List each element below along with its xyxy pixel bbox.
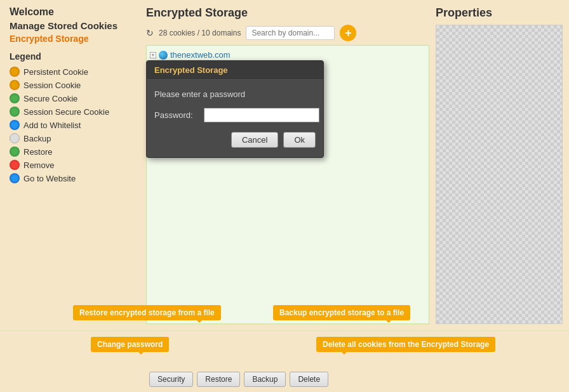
security-button[interactable]: Security: [149, 372, 193, 387]
session-cookie-icon: [10, 80, 20, 90]
refresh-button[interactable]: ↻: [146, 28, 154, 38]
modal-dialog: Encrypted Storage Please enter a passwor…: [146, 60, 324, 158]
sidebar: Welcome Manage Stored Cookies Encrypted …: [0, 0, 140, 330]
secure-cookie-label: Secure Cookie: [23, 94, 77, 103]
goto-label: Go to Website: [23, 174, 76, 183]
sidebar-item-remove[interactable]: Remove: [10, 160, 130, 170]
sidebar-item-backup[interactable]: Backup: [10, 133, 130, 143]
sidebar-item-add-whitelist[interactable]: Add to Whitelist: [10, 120, 130, 130]
storage-panel-title: Encrypted Storage: [146, 6, 429, 20]
properties-panel: Properties: [436, 6, 563, 324]
sidebar-encrypted[interactable]: Encrypted Storage: [10, 34, 130, 44]
tooltip-restore: Restore encrypted storage from a file: [73, 305, 221, 320]
remove-label: Remove: [23, 160, 54, 170]
legend-title: Legend: [10, 51, 130, 62]
backup-button[interactable]: Backup: [244, 372, 286, 387]
session-cookie-label: Session Cookie: [23, 81, 81, 90]
sidebar-item-session-cookie[interactable]: Session Cookie: [10, 80, 130, 90]
backup-icon: [10, 133, 20, 143]
bottom-bar: Restore encrypted storage from a file Ba…: [0, 330, 569, 392]
properties-content: [436, 25, 563, 324]
session-secure-cookie-icon: [10, 107, 20, 117]
sidebar-manage: Manage Stored Cookies: [10, 20, 130, 31]
storage-toolbar: ↻ 28 cookies / 10 domains +: [146, 25, 429, 41]
tooltip-backup: Backup encrypted storage to a file: [273, 305, 410, 320]
modal-field: Password:: [154, 108, 316, 122]
sidebar-item-secure-cookie[interactable]: Secure Cookie: [10, 93, 130, 103]
secure-cookie-icon: [10, 93, 20, 103]
session-secure-cookie-label: Session Secure Cookie: [23, 107, 109, 117]
expand-icon[interactable]: +: [150, 52, 156, 58]
delete-button[interactable]: Delete: [290, 372, 328, 387]
sidebar-item-goto[interactable]: Go to Website: [10, 173, 130, 183]
globe-icon: [159, 51, 168, 60]
bottom-buttons: Security Restore Backup Delete: [6, 372, 563, 387]
persistent-cookie-label: Persistent Cookie: [23, 67, 88, 77]
modal-buttons: Cancel Ok: [154, 132, 316, 148]
list-item[interactable]: + thenextweb.com: [150, 49, 425, 61]
sidebar-welcome: Welcome: [10, 6, 130, 18]
tooltip-change-password: Change password: [91, 337, 169, 352]
restore-label: Restore: [23, 147, 53, 157]
cookie-count: 28 cookies / 10 domains: [159, 29, 241, 37]
modal-cancel-button[interactable]: Cancel: [231, 132, 278, 148]
modal-password-label: Password:: [154, 110, 199, 120]
sidebar-item-session-secure-cookie[interactable]: Session Secure Cookie: [10, 107, 130, 117]
tooltip-delete-cookies: Delete all cookies from the Encrypted St…: [316, 337, 495, 352]
whitelist-icon: [10, 120, 20, 130]
domain-name: thenextweb.com: [170, 50, 231, 60]
modal-body: Please enter a password Password: Cancel…: [147, 80, 323, 157]
main-content: Encrypted Storage ↻ 28 cookies / 10 doma…: [140, 0, 569, 330]
modal-password-input[interactable]: [204, 108, 319, 122]
storage-panel: Encrypted Storage ↻ 28 cookies / 10 doma…: [146, 6, 429, 324]
properties-title: Properties: [436, 6, 563, 20]
add-whitelist-label: Add to Whitelist: [23, 121, 81, 130]
modal-ok-button[interactable]: Ok: [283, 132, 316, 148]
modal-title: Encrypted Storage: [147, 61, 323, 80]
remove-icon: [10, 160, 20, 170]
goto-icon: [10, 173, 20, 183]
sidebar-item-restore[interactable]: Restore: [10, 147, 130, 157]
restore-icon: [10, 147, 20, 157]
restore-button[interactable]: Restore: [197, 372, 240, 387]
modal-message: Please enter a password: [154, 89, 316, 99]
sidebar-item-persistent-cookie[interactable]: Persistent Cookie: [10, 67, 130, 77]
persistent-cookie-icon: [10, 67, 20, 77]
backup-label: Backup: [23, 134, 51, 143]
search-input[interactable]: [246, 26, 335, 40]
add-domain-button[interactable]: +: [340, 25, 356, 41]
